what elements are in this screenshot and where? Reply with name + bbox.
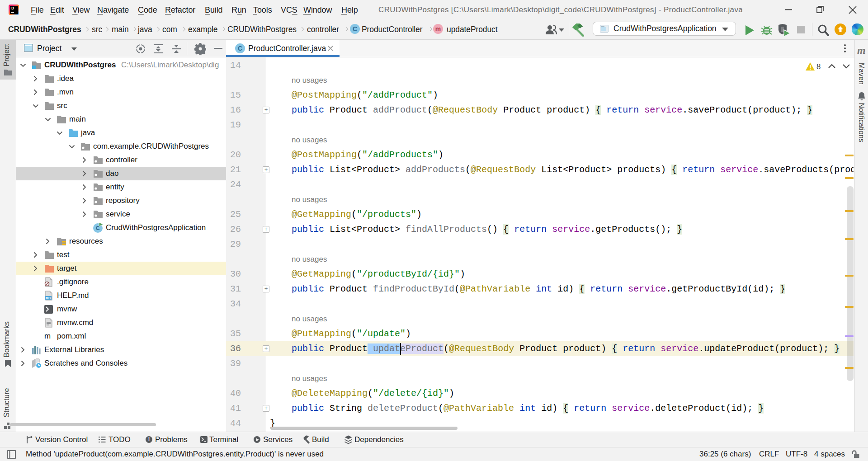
svg-text:8: 8 — [816, 62, 821, 71]
svg-text:MD: MD — [46, 296, 51, 300]
